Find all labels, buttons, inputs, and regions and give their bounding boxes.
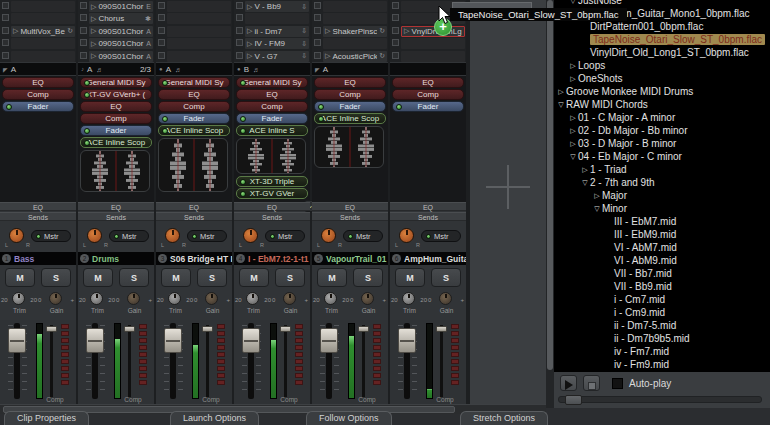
chevron-right-icon[interactable]: ▷ — [580, 166, 590, 174]
tree-row-file[interactable]: VII - Bb7.mid — [554, 267, 770, 280]
tree-row-folder[interactable]: ▽2 - 7th and 9th — [554, 176, 770, 189]
tree-row-file[interactable]: ii - Dm7-5.mid — [554, 319, 770, 332]
plugin-xt-3d-triple[interactable]: XT-3D Triple — [236, 176, 308, 187]
gain-knob[interactable] — [439, 292, 452, 305]
clip-stop-button[interactable] — [314, 39, 321, 46]
clip-stop-button[interactable] — [236, 2, 243, 9]
chevron-right-icon[interactable]: ▷ — [568, 62, 578, 70]
scene-launcher-row[interactable]: ♪A♬2/3 — [78, 63, 154, 75]
plugin-ace-inline-s[interactable]: ACE Inline S — [236, 125, 308, 136]
clip-stop-button[interactable] — [158, 39, 165, 46]
clip-stop-button[interactable] — [158, 27, 165, 34]
solo-button[interactable]: S — [431, 268, 461, 287]
volume-fader-handle[interactable] — [164, 328, 182, 353]
mute-button[interactable]: M — [239, 268, 269, 287]
clip-slot-empty[interactable] — [401, 51, 465, 62]
master-route-button[interactable]: Mstr — [421, 230, 461, 242]
preview-volume-handle[interactable] — [565, 395, 582, 405]
scene-launcher-row[interactable]: ●B♬ — [234, 63, 310, 75]
plugin-eq[interactable]: EQ — [392, 77, 464, 88]
preview-stop-button[interactable] — [583, 375, 600, 391]
plugin-fader[interactable]: Fader — [392, 101, 464, 112]
clip-slot-empty[interactable] — [167, 26, 231, 37]
comp-threshold-handle[interactable] — [358, 326, 369, 332]
clip-slot-empty[interactable] — [401, 38, 465, 49]
clip-stop-button[interactable] — [80, 27, 87, 34]
clip-slot-empty[interactable] — [323, 38, 387, 49]
tree-row-file[interactable]: VI - AbM9.mid — [554, 254, 770, 267]
scene-launcher-row[interactable]: ◤A — [312, 63, 388, 75]
plugin-fader[interactable]: Fader — [2, 101, 74, 112]
volume-fader-handle[interactable] — [320, 328, 338, 353]
volume-fader-handle[interactable] — [242, 328, 260, 353]
pan-knob[interactable] — [243, 228, 258, 243]
plugin-fader[interactable]: Fader — [314, 101, 386, 112]
clip-stop-button[interactable] — [2, 52, 9, 59]
tree-row-folder[interactable]: ▷1 - Triad — [554, 163, 770, 176]
trim-knob[interactable] — [402, 292, 415, 305]
clip-stop-button[interactable] — [236, 27, 243, 34]
chevron-right-icon[interactable]: ▷ — [568, 114, 578, 122]
clip-stop-button[interactable] — [392, 14, 399, 21]
clip-slot-empty[interactable] — [11, 1, 75, 12]
chevron-down-icon[interactable]: ▽ — [580, 179, 590, 187]
clip-slot[interactable]: ▷090S01ChorE — [89, 1, 153, 12]
tree-row-file[interactable]: ii - Dm7b9b5.mid — [554, 332, 770, 345]
clip-slot[interactable]: ▷V - G7⇩ — [245, 51, 309, 62]
plugin-general-midi-sy[interactable]: General MIDI Sy — [80, 77, 152, 88]
comp-threshold-track[interactable] — [206, 325, 209, 397]
volume-fader-handle[interactable] — [398, 328, 416, 353]
chevron-down-icon[interactable]: ▽ — [556, 101, 566, 109]
mute-button[interactable]: M — [317, 268, 347, 287]
solo-button[interactable]: S — [275, 268, 305, 287]
plugin-comp[interactable]: Comp — [158, 101, 230, 112]
comp-threshold-handle[interactable] — [202, 326, 213, 332]
comp-threshold-track[interactable] — [128, 325, 131, 397]
sends-section-header[interactable]: Sends — [78, 212, 154, 221]
solo-button[interactable]: S — [353, 268, 383, 287]
plugin-eq[interactable]: EQ — [2, 77, 74, 88]
solo-button[interactable]: S — [119, 268, 149, 287]
clip-stop-button[interactable] — [2, 39, 9, 46]
pan-knob[interactable] — [399, 228, 414, 243]
scene-launcher-row[interactable]: ●A♬ — [156, 63, 232, 75]
comp-threshold-track[interactable] — [440, 325, 443, 397]
track-name-row[interactable]: 4I - EbM7.t2-1-t1 — [234, 252, 310, 265]
clip-stop-button[interactable] — [2, 2, 9, 9]
chevron-right-icon[interactable]: ▷ — [556, 88, 566, 96]
mute-button[interactable]: M — [161, 268, 191, 287]
master-route-button[interactable]: Mstr — [187, 230, 227, 242]
clip-slot[interactable]: ▷090S01ChorA — [89, 38, 153, 49]
clip-slot[interactable]: ▷VnylDrtDrmLg — [401, 26, 465, 37]
clip-stop-button[interactable] — [158, 52, 165, 59]
sends-section-header[interactable]: Sends — [0, 212, 76, 221]
mute-button[interactable]: M — [5, 268, 35, 287]
clip-stop-button[interactable] — [80, 52, 87, 59]
eq-section-header[interactable]: EQ — [234, 202, 310, 211]
master-route-button[interactable]: Mstr — [109, 230, 149, 242]
tab-launch-options[interactable]: Launch Options — [170, 411, 259, 425]
sends-section-header[interactable]: Sends — [234, 212, 310, 221]
comp-threshold-handle[interactable] — [124, 326, 135, 332]
tree-row-file[interactable]: VII - Bb9.mid — [554, 280, 770, 293]
clip-slot[interactable]: ▷Chorus✱ — [89, 13, 153, 24]
eq-section-header[interactable]: EQ — [0, 202, 76, 211]
tree-row-folder[interactable]: ▷Major — [554, 189, 770, 202]
clip-slot-empty[interactable] — [323, 1, 387, 12]
plugin-general-midi-sy[interactable]: General MIDI Sy — [158, 77, 230, 88]
chevron-right-icon[interactable]: ▷ — [592, 192, 602, 200]
track-name-row[interactable]: 1Bass — [0, 252, 76, 265]
clip-slot-empty[interactable] — [11, 51, 75, 62]
clip-stop-button[interactable] — [236, 39, 243, 46]
volume-fader-handle[interactable] — [86, 328, 104, 353]
trim-knob[interactable] — [168, 292, 181, 305]
trim-knob[interactable] — [90, 292, 103, 305]
master-route-button[interactable]: Mstr — [343, 230, 383, 242]
solo-button[interactable]: S — [197, 268, 227, 287]
clip-stop-button[interactable] — [158, 2, 165, 9]
clip-slot[interactable]: ▷ii - Dm7⇩ — [245, 26, 309, 37]
clip-stop-button[interactable] — [80, 39, 87, 46]
tab-clip-properties[interactable]: Clip Properties — [4, 411, 89, 425]
clip-slot[interactable]: ▷MultiVox_Be↻ — [11, 26, 75, 37]
plugin-fader[interactable]: Fader — [158, 113, 230, 124]
